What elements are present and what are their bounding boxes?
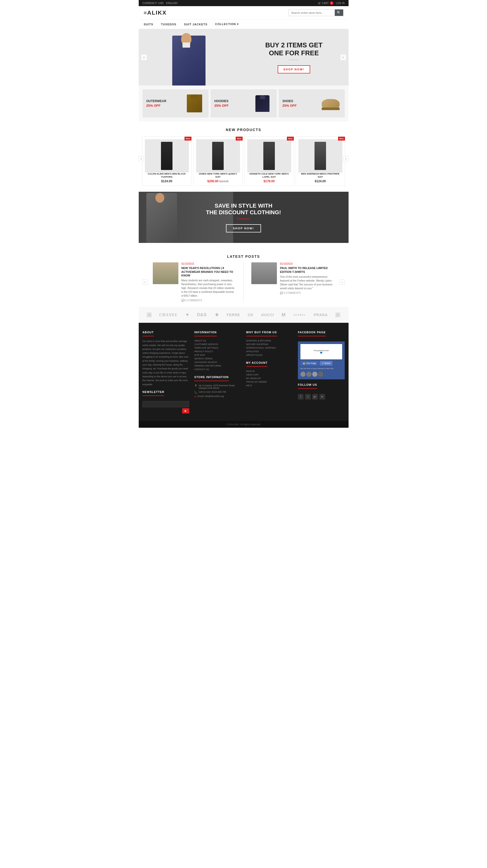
blog-comments-1[interactable]: 💬 3 COMMENTS bbox=[280, 291, 334, 294]
brand-wings[interactable]: ✦ bbox=[185, 312, 189, 318]
store-address: 📍 My Company, 4578 Marmora Road, Glasgow… bbox=[194, 384, 241, 389]
blog-title-0[interactable]: NEW YEAR'S RESOLUTIONS | 8 ACTIVEWEAR BR… bbox=[182, 266, 236, 277]
brands-arrow-left[interactable]: ‹ bbox=[147, 313, 152, 317]
blog-nav-left[interactable]: ‹ bbox=[142, 280, 148, 285]
store-address-text: My Company, 4578 Marmora Road, Glasgow D… bbox=[199, 384, 241, 389]
brand-prada[interactable]: PRADA bbox=[314, 313, 328, 317]
product-price-2: $178.00 bbox=[247, 180, 291, 183]
footer-link-site-map[interactable]: SITE MAP bbox=[194, 354, 205, 356]
footer-link-wishlist[interactable]: MY WISHLIST bbox=[246, 377, 261, 380]
brand-m[interactable]: M bbox=[282, 312, 286, 318]
footer-link-help[interactable]: HELP bbox=[246, 384, 252, 387]
products-nav-left[interactable]: ‹ bbox=[139, 156, 144, 161]
blog-post-0[interactable]: 01/10/2015 NEW YEAR'S RESOLUTIONS | 8 AC… bbox=[153, 262, 236, 302]
footer-link-about-us[interactable]: ABOUT US bbox=[194, 339, 206, 342]
footer: ABOUT Our store is more than just anothe… bbox=[139, 323, 349, 421]
product-price-0: $124.00 bbox=[145, 180, 189, 183]
footer-link-customer-service[interactable]: CUSTOMER SERVICE bbox=[194, 343, 218, 346]
blog-post-1[interactable]: 01/10/2015 PAUL SMITH TO RELEASE LIMITED… bbox=[251, 262, 334, 302]
product-card-3[interactable]: New BEN SHERIMAN MEN'S PINSTRIPE SUIT $1… bbox=[296, 136, 345, 186]
social-twitter-icon[interactable]: t bbox=[305, 394, 311, 400]
footer-link-privacy-policy[interactable]: PRIVACY POLICY bbox=[194, 350, 213, 353]
nav-suits[interactable]: SUITS bbox=[144, 20, 153, 29]
blog-post-img-1 bbox=[251, 262, 277, 284]
new-badge-3: New bbox=[338, 137, 345, 141]
product-card-1[interactable]: New JONES NEW YORK MEN'S QUINCY SUIT $20… bbox=[193, 136, 243, 186]
banner2-cta-button[interactable]: SHOP NOW! bbox=[226, 224, 261, 232]
promo-outerwear-discount: 25% OFF bbox=[147, 104, 166, 107]
price-0: $124.00 bbox=[161, 180, 172, 183]
product-card-2[interactable]: New KENNETH COLE NEW YORK MEN'S LAPEL SU… bbox=[245, 136, 294, 186]
newsletter-submit[interactable]: ▶ bbox=[182, 408, 189, 413]
promo-hoodies[interactable]: HOODIES 25% OFF bbox=[210, 89, 277, 118]
footer-link-orders-returns[interactable]: ORDERS AND RETURNS bbox=[194, 365, 221, 367]
product-card-0[interactable]: New CALVIN KLEIN MEN'S MINI BLACK TUXPAR… bbox=[142, 136, 192, 186]
footer-link-secure[interactable]: SECURE SHOPPING bbox=[246, 343, 269, 346]
nav-suit-jackets[interactable]: SUIT JACKETS bbox=[184, 20, 207, 29]
blog-title-1[interactable]: PAUL SMITH TO RELEASE LIMITED EDITION T-… bbox=[280, 266, 334, 274]
language-selector[interactable]: ENGLISH bbox=[166, 2, 177, 5]
search-button[interactable]: 🔍 bbox=[335, 9, 343, 16]
nav-tuxedos[interactable]: TUXEDOS bbox=[161, 20, 176, 29]
cart-button[interactable]: 🛒 CART 8 bbox=[318, 1, 333, 5]
new-badge-2: New bbox=[287, 137, 294, 141]
brands-arrow-right[interactable]: › bbox=[335, 313, 340, 317]
blog-comments-0[interactable]: 💬 3 COMMENTS bbox=[182, 299, 236, 302]
store-email: ✉ Email: info@demolink.org bbox=[194, 395, 241, 398]
social-googleplus-icon[interactable]: g+ bbox=[312, 394, 318, 400]
social-linkedin-icon[interactable]: in bbox=[319, 394, 325, 400]
products-nav-right[interactable]: › bbox=[344, 156, 349, 161]
footer-link-view-cart[interactable]: VIEW CART bbox=[246, 373, 259, 376]
hero-image bbox=[139, 29, 239, 86]
footer-link-group-sales[interactable]: GROUP SALES bbox=[246, 354, 263, 356]
brand-ferre[interactable]: FERRE bbox=[227, 313, 240, 317]
search-input[interactable] bbox=[289, 9, 335, 16]
hero-cta-button[interactable]: SHOP NOW! bbox=[278, 65, 310, 73]
products-row: ‹ New CALVIN KLEIN MEN'S MINI BLACK TUXP… bbox=[139, 136, 349, 187]
banner2-line2: THE DISCOUNT CLOTHING! bbox=[206, 209, 281, 216]
footer-why-buy: WHY BUY FROM US SHIPPING & RETURNS SECUR… bbox=[246, 331, 293, 413]
facebook-like-button[interactable]: 👍 Like Page bbox=[300, 361, 318, 366]
footer-facebook-widget: TemplateMonster💙 👍 Like Page ↗ Share Be … bbox=[298, 341, 345, 379]
product-name-3: BEN SHERIMAN MEN'S PINSTRIPE SUIT bbox=[298, 173, 343, 178]
hero-arrow-right[interactable]: › bbox=[340, 55, 346, 60]
footer-link-search-terms[interactable]: SEARCH TERMS bbox=[194, 357, 213, 360]
footer-link-affiliates[interactable]: AFFILIATES bbox=[246, 350, 259, 353]
blog-post-content-0: 01/10/2015 NEW YEAR'S RESOLUTIONS | 8 AC… bbox=[182, 262, 236, 302]
login-button[interactable]: LOG IN bbox=[336, 2, 345, 5]
footer-why-buy-title: WHY BUY FROM US bbox=[246, 331, 277, 336]
footer-link-sign-in[interactable]: SIGN IN bbox=[246, 370, 255, 372]
friend-avatar-2 bbox=[306, 372, 312, 377]
footer-newsletter-title: NEWSLETTER bbox=[142, 390, 165, 396]
brand-gucci[interactable]: GUCCI bbox=[261, 313, 274, 317]
footer-link-contact-us[interactable]: CONTACT US bbox=[194, 368, 209, 371]
brand-ck[interactable]: CK bbox=[248, 313, 253, 317]
brand-lion[interactable]: ⚜ bbox=[215, 312, 219, 318]
nav-collection[interactable]: COLLECTION ▾ bbox=[215, 20, 239, 29]
hero-model-figure bbox=[167, 32, 210, 86]
footer-link-intl-shipping[interactable]: INTERNATIONAL SHIPPING bbox=[246, 347, 276, 349]
product-img-1: New bbox=[196, 139, 240, 173]
blog-date-0: 01/10/2015 bbox=[182, 262, 236, 265]
footer-link-shipping[interactable]: SHIPPING & RETURNS bbox=[246, 339, 271, 342]
brand-chanel[interactable]: CHANEL bbox=[159, 313, 177, 317]
product-img-3: New bbox=[298, 139, 343, 173]
blog-nav-right[interactable]: › bbox=[339, 280, 345, 285]
footer-link-track-order[interactable]: TRACK MY ORDER bbox=[246, 381, 267, 383]
newsletter-input[interactable] bbox=[142, 401, 189, 407]
brand-scabal[interactable]: SCABAL bbox=[293, 314, 306, 316]
facebook-share-button[interactable]: ↗ Share bbox=[320, 361, 333, 366]
hero-arrow-left[interactable]: ‹ bbox=[141, 55, 147, 60]
brand-dg[interactable]: D&G bbox=[197, 313, 207, 317]
sale-price-1: $200.00 bbox=[207, 180, 218, 183]
product-name-2: KENNETH COLE NEW YORK MEN'S LAPEL SUIT bbox=[247, 173, 291, 178]
promo-shoes[interactable]: SHOES 25% OFF bbox=[279, 89, 345, 118]
promo-outerwear[interactable]: OUTERWEAR 25% OFF bbox=[142, 89, 208, 118]
social-facebook-icon[interactable]: f bbox=[298, 394, 303, 400]
footer-link-advanced-search[interactable]: ADVANCED SEARCH bbox=[194, 361, 217, 364]
phone-icon: 📞 bbox=[194, 391, 197, 394]
facebook-preview: TemplateMonster💙 bbox=[300, 344, 342, 360]
footer-link-template-settings[interactable]: TEMPLATE SETTINGS bbox=[194, 347, 218, 349]
currency-selector[interactable]: CURRENCY: USD bbox=[142, 2, 164, 5]
logo[interactable]: ≡ALIKX bbox=[144, 9, 167, 16]
